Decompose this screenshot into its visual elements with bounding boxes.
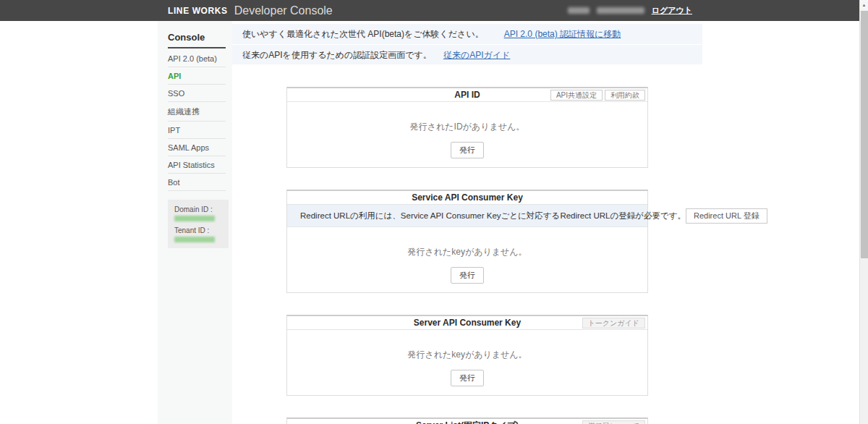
redacted-user-name xyxy=(597,7,644,14)
server-api-empty-text: 発行されたkeyがありません。 xyxy=(287,349,647,361)
top-header: LINE WORKS Developer Console ログアウト xyxy=(0,0,868,21)
tenant-id-value-redacted xyxy=(174,237,215,242)
page-title: Developer Console xyxy=(234,4,333,17)
section-server-api-body: 発行されたkeyがありません。 発行 xyxy=(287,330,647,395)
sidebar-item-bot[interactable]: Bot xyxy=(168,174,226,191)
sidebar-title: Console xyxy=(168,32,226,48)
notice-beta-text: 使いやすく最適化された次世代 API(beta)をご体験ください。 xyxy=(242,29,484,39)
sidebar-item-saml-apps[interactable]: SAML Apps xyxy=(168,139,226,156)
sidebar-item-ipt[interactable]: IPT xyxy=(168,122,226,139)
scrollbar-thumb[interactable] xyxy=(861,11,868,258)
sidebar-item-sso[interactable]: SSO xyxy=(168,85,226,102)
server-api-issue-button[interactable]: 発行 xyxy=(451,370,484,386)
tenant-id-label: Tenant ID : xyxy=(174,226,222,234)
section-server-list: Server List(固定IPタイプ) 満了日について xyxy=(286,417,648,424)
section-server-api-header: Server API Consumer Key トークンガイド xyxy=(287,316,647,330)
service-api-empty-text: 発行されたkeyがありません。 xyxy=(287,246,647,258)
section-api-id: API ID API共通設定 利用約款 発行されたIDがありません。 発行 xyxy=(286,87,648,168)
section-service-api-title: Service API Consumer Key xyxy=(287,191,647,205)
notice-legacy-text: 従来のAPIを使用するための認証設定画面です。 xyxy=(242,50,432,60)
section-server-list-header: Server List(固定IPタイプ) 満了日について xyxy=(287,419,647,424)
logout-link[interactable]: ログアウト xyxy=(652,5,692,16)
expiration-date-info-button[interactable]: 満了日について xyxy=(582,420,645,424)
tenant-id-box: Domain ID : Tenant ID : xyxy=(168,200,229,248)
redirect-url-info-row: Redirect URLの利用には、Service API Consumer K… xyxy=(287,205,647,227)
domain-id-value-redacted xyxy=(174,216,215,221)
redirect-url-register-button[interactable]: Redirect URL 登録 xyxy=(686,208,767,224)
section-api-id-body: 発行されたIDがありません。 発行 xyxy=(287,102,647,167)
vertical-scrollbar[interactable]: ▲ xyxy=(859,0,868,424)
sidebar-item-api[interactable]: API xyxy=(168,67,226,85)
redacted-user-text xyxy=(568,7,590,14)
notice-row-legacy: 従来のAPIを使用するための認証設定画面です。従来のAPIガイド xyxy=(232,44,702,64)
notice-panel: 使いやすく最適化された次世代 API(beta)をご体験ください。API 2.0… xyxy=(232,24,702,64)
sidebar: Console API 2.0 (beta) API SSO 組織連携 IPT … xyxy=(158,21,232,424)
beta-auth-info-link[interactable]: API 2.0 (beta) 認証情報に移動 xyxy=(504,29,621,39)
terms-of-use-button[interactable]: 利用約款 xyxy=(605,90,645,101)
service-api-issue-button[interactable]: 発行 xyxy=(451,267,484,284)
main-content: 使いやすく最適化された次世代 API(beta)をご体験ください。API 2.0… xyxy=(232,21,859,424)
legacy-api-guide-link[interactable]: 従来のAPIガイド xyxy=(443,50,510,60)
api-id-issue-button[interactable]: 発行 xyxy=(451,142,484,158)
section-service-api-body: 発行されたkeyがありません。 発行 xyxy=(287,227,647,292)
page: LINE WORKS Developer Console ログアウト Conso… xyxy=(0,0,868,424)
sidebar-item-org-link[interactable]: 組織連携 xyxy=(168,102,226,122)
section-server-api-consumer-key: Server API Consumer Key トークンガイド 発行されたkey… xyxy=(286,315,648,396)
api-common-settings-button[interactable]: API共通設定 xyxy=(550,90,603,101)
header-user-area: ログアウト xyxy=(568,0,692,21)
app-logo: LINE WORKS Developer Console xyxy=(168,0,333,21)
token-guide-button[interactable]: トークンガイド xyxy=(582,318,645,328)
sidebar-item-api-2-0-beta[interactable]: API 2.0 (beta) xyxy=(168,50,226,67)
redirect-url-info-text: Redirect URLの利用には、Service API Consumer K… xyxy=(300,211,686,221)
sidebar-item-api-statistics[interactable]: API Statistics xyxy=(168,156,226,174)
section-service-api-header: Service API Consumer Key xyxy=(287,191,647,205)
section-service-api-consumer-key: Service API Consumer Key Redirect URLの利用… xyxy=(286,190,648,293)
domain-id-label: Domain ID : xyxy=(174,205,222,213)
logo-brand: LINE WORKS xyxy=(168,6,228,16)
api-id-empty-text: 発行されたIDがありません。 xyxy=(287,121,647,133)
notice-row-beta: 使いやすく最適化された次世代 API(beta)をご体験ください。API 2.0… xyxy=(232,24,702,44)
section-api-id-header: API ID API共通設定 利用約款 xyxy=(287,88,647,102)
scrollbar-up-arrow-icon[interactable]: ▲ xyxy=(860,0,868,10)
